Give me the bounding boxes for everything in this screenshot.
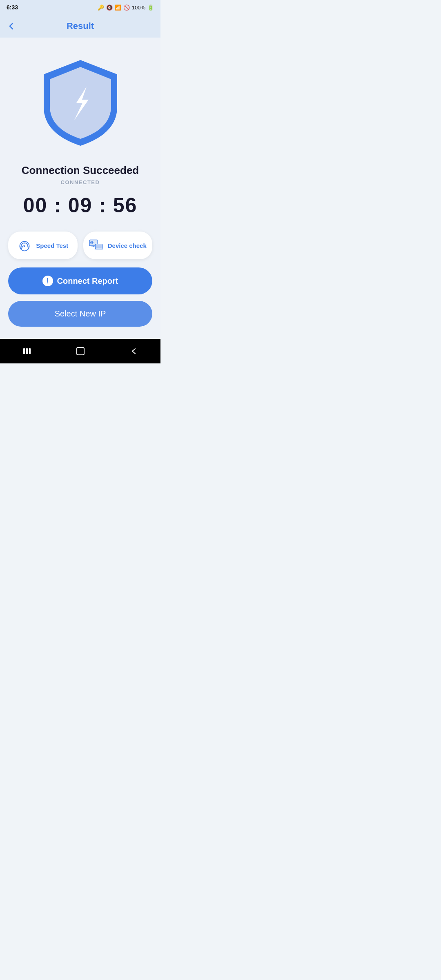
recent-apps-button[interactable]	[14, 343, 40, 360]
status-bar: 6:33 🔑 🔇 📶 🚫 100% 🔋	[0, 0, 160, 15]
connection-title: Connection Succeeded	[22, 164, 139, 177]
connection-status: CONNECTED	[61, 179, 100, 185]
select-new-ip-button[interactable]: Select New IP	[8, 301, 152, 327]
battery-text: 100%	[132, 4, 145, 11]
shield-icon	[36, 54, 125, 152]
back-arrow-icon	[7, 21, 16, 31]
system-back-button[interactable]	[121, 343, 147, 360]
time-display: 6:33	[7, 4, 18, 11]
back-button[interactable]	[7, 21, 16, 31]
connect-report-label: Connect Report	[57, 276, 118, 286]
shield-container	[36, 54, 125, 152]
page-title: Result	[67, 21, 94, 31]
svg-point-1	[24, 245, 26, 247]
wifi-icon: 📶	[115, 4, 121, 11]
svg-rect-16	[26, 348, 28, 354]
connect-report-button[interactable]: ! Connect Report	[8, 267, 152, 294]
home-icon	[76, 347, 85, 356]
svg-rect-17	[29, 348, 31, 354]
device-check-label: Device check	[108, 242, 147, 249]
main-content: Connection Succeeded CONNECTED 00 : 09 :…	[0, 38, 160, 339]
device-check-button[interactable]: Device check	[83, 232, 153, 259]
speed-test-button[interactable]: Speed Test	[8, 232, 78, 259]
speed-test-label: Speed Test	[36, 242, 68, 249]
block-icon: 🚫	[123, 4, 130, 11]
timer-display: 00 : 09 : 56	[23, 194, 138, 217]
bottom-nav	[0, 339, 160, 363]
action-buttons-row: Speed Test	[8, 232, 152, 259]
svg-rect-10	[96, 245, 102, 248]
speedometer-icon	[17, 238, 32, 253]
svg-rect-15	[23, 348, 25, 354]
status-icons: 🔑 🔇 📶 🚫 100% 🔋	[98, 4, 154, 11]
mute-icon: 🔇	[106, 4, 113, 11]
select-new-ip-label: Select New IP	[55, 309, 106, 318]
svg-rect-11	[94, 249, 103, 250]
key-icon: 🔑	[98, 4, 104, 11]
system-back-icon	[129, 347, 138, 356]
svg-rect-18	[77, 347, 84, 355]
device-check-icon	[89, 238, 104, 253]
battery-icon: 🔋	[147, 4, 154, 11]
recent-apps-icon	[22, 347, 31, 356]
home-button[interactable]	[68, 343, 93, 360]
top-nav: Result	[0, 15, 160, 38]
alert-icon: !	[42, 276, 53, 286]
